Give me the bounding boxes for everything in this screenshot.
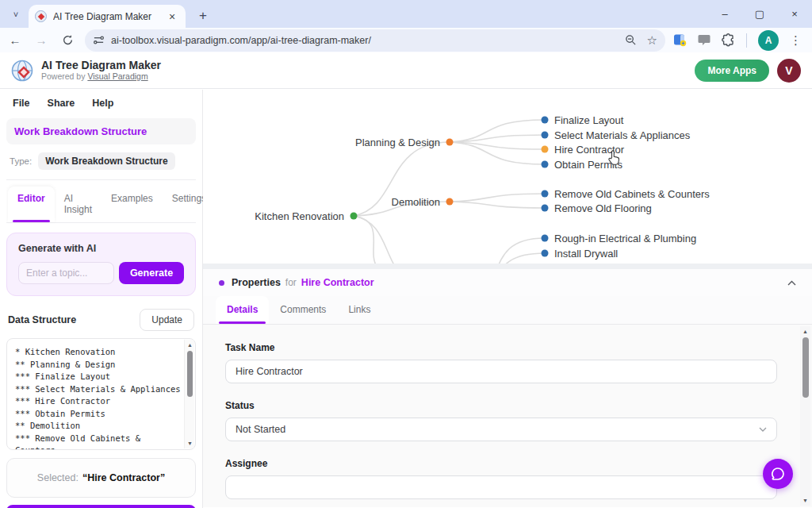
field-label-status: Status <box>225 400 777 411</box>
generate-children-button[interactable]: Generate Children <box>6 505 196 508</box>
node-rough-in-electrical-plumbing[interactable]: Rough-in Electrical & Plumbing <box>554 233 696 244</box>
hire-contractor-dot-icon[interactable] <box>542 146 549 153</box>
collapse-chevron-icon[interactable] <box>787 280 796 286</box>
visual-paradigm-link[interactable]: Visual Paradigm <box>87 71 147 81</box>
node-finalize-layout[interactable]: Finalize Layout <box>554 114 624 126</box>
field-label-task-name: Task Name <box>225 342 777 353</box>
tab-comments[interactable]: Comments <box>269 296 337 324</box>
field-status: StatusNot Started <box>225 400 777 441</box>
topic-input[interactable] <box>18 262 114 284</box>
app-title: AI Tree Diagram Maker <box>41 59 695 71</box>
data-structure-editor[interactable]: * Kitchen Renovation ** Planning & Desig… <box>6 338 196 450</box>
side-panel-icon[interactable] <box>673 33 687 47</box>
data-structure-scrollbar[interactable]: ▲ ▼ <box>184 340 194 448</box>
back-icon[interactable]: ← <box>4 29 26 52</box>
node-remove-old-flooring[interactable]: Remove Old Flooring <box>554 202 652 214</box>
new-tab-button[interactable]: + <box>193 6 213 25</box>
scroll-up-icon[interactable]: ▲ <box>185 342 195 348</box>
browser-toolbar: ← → ai-toolbox.visual-paradigm.com/app/a… <box>0 28 812 52</box>
tab-links[interactable]: Links <box>337 296 381 324</box>
minimize-button[interactable]: – <box>707 0 742 28</box>
diagram-canvas[interactable]: Kitchen RenovationPlanning & DesignFinal… <box>203 90 812 264</box>
url-bar[interactable]: ai-toolbox.visual-paradigm.com/app/ai-tr… <box>85 29 665 52</box>
generate-button[interactable]: Generate <box>119 262 184 284</box>
comment-icon[interactable] <box>698 34 710 46</box>
tree-link <box>465 238 545 264</box>
scroll-down-icon[interactable]: ▼ <box>185 441 195 446</box>
properties-header[interactable]: Properties for Hire Contractor <box>203 269 812 296</box>
properties-scrollbar[interactable]: ▲ ▼ <box>800 326 810 506</box>
tab-details[interactable]: Details <box>216 296 269 324</box>
node-kitchen-renovation[interactable]: Kitchen Renovation <box>255 210 344 222</box>
data-structure-title: Data Structure <box>8 314 76 325</box>
sidebar: FileShareHelp Work Breakdown Structure T… <box>0 90 203 508</box>
node-demolition[interactable]: Demolition <box>392 196 440 208</box>
properties-for-label: for <box>285 277 297 288</box>
toolbar-separator <box>746 33 747 48</box>
kitchen-renovation-dot-icon[interactable] <box>350 213 358 220</box>
install-drywall-dot-icon[interactable] <box>542 250 549 257</box>
obtain-permits-dot-icon[interactable] <box>542 161 549 168</box>
menu-item-share[interactable]: Share <box>48 98 75 109</box>
data-structure-text[interactable]: * Kitchen Renovation ** Planning & Desig… <box>7 339 184 449</box>
tree-diagram[interactable]: Kitchen RenovationPlanning & DesignFinal… <box>203 90 812 264</box>
scrollbar-thumb[interactable] <box>187 351 193 397</box>
extensions-puzzle-icon[interactable] <box>722 33 735 47</box>
sidebar-tabs: EditorAI InsightExamplesSettings <box>6 180 196 223</box>
node-install-drywall[interactable]: Install Drywall <box>554 248 618 260</box>
tab-ai-insight[interactable]: AI Insight <box>55 187 102 222</box>
more-apps-button[interactable]: More Apps <box>695 60 769 82</box>
scroll-down-icon[interactable]: ▼ <box>800 498 810 503</box>
app-user-avatar[interactable]: V <box>777 59 801 83</box>
browser-tab[interactable]: AI Tree Diagram Maker × <box>29 5 186 28</box>
tree-link <box>354 216 439 264</box>
reload-icon[interactable] <box>56 29 79 52</box>
assignee-input[interactable] <box>225 475 777 499</box>
browser-menu-icon[interactable]: ⋮ <box>790 33 802 48</box>
menu-item-file[interactable]: File <box>13 98 30 109</box>
forward-icon: → <box>30 29 52 52</box>
node-hire-contractor[interactable]: Hire Contractor <box>554 144 625 156</box>
rough-in-electrical-plumbing-dot-icon[interactable] <box>542 235 549 242</box>
node-remove-old-cabinets-counters[interactable]: Remove Old Cabinets & Counters <box>554 188 710 200</box>
update-button[interactable]: Update <box>140 309 194 331</box>
document-title[interactable]: Work Breakdown Structure <box>6 118 196 144</box>
tab-title: AI Tree Diagram Maker <box>53 11 165 22</box>
site-settings-icon[interactable] <box>93 34 105 46</box>
powered-by-text: Powered by <box>41 71 85 81</box>
status-select[interactable]: Not Started <box>225 418 777 441</box>
field-assignee: Assignee <box>225 458 777 499</box>
tree-link <box>450 142 545 164</box>
demolition-dot-icon[interactable] <box>446 198 454 206</box>
menu-bar: FileShareHelp <box>6 90 196 115</box>
menu-item-help[interactable]: Help <box>92 98 113 109</box>
visual-paradigm-logo-icon <box>11 60 33 82</box>
node-planning-design[interactable]: Planning & Design <box>355 137 440 148</box>
browser-profile-avatar[interactable]: A <box>758 30 779 51</box>
finalize-layout-dot-icon[interactable] <box>542 117 549 124</box>
type-row: Type: Work Breakdown Structure <box>6 144 196 180</box>
maximize-button[interactable]: ▢ <box>742 0 777 28</box>
tab-strip: ˅ AI Tree Diagram Maker × + – ▢ × <box>0 0 812 28</box>
type-label: Type: <box>10 156 32 166</box>
url-text[interactable]: ai-toolbox.visual-paradigm.com/app/ai-tr… <box>111 35 625 46</box>
remove-old-flooring-dot-icon[interactable] <box>542 205 549 212</box>
bookmark-star-icon[interactable]: ☆ <box>647 34 657 46</box>
close-button[interactable]: × <box>777 0 812 28</box>
tab-close-icon[interactable]: × <box>165 10 179 24</box>
select-materials-appliances-dot-icon[interactable] <box>542 132 549 139</box>
scrollbar-thumb[interactable] <box>802 337 809 398</box>
tab-search-icon[interactable]: ˅ <box>6 6 25 23</box>
node-obtain-permits[interactable]: Obtain Permits <box>554 159 622 171</box>
node-select-materials-appliances[interactable]: Select Materials & Appliances <box>554 129 691 141</box>
task-name-input[interactable] <box>225 360 777 383</box>
chat-fab-button[interactable] <box>763 459 793 489</box>
scroll-up-icon[interactable]: ▲ <box>800 329 810 334</box>
tree-link <box>354 216 408 264</box>
remove-old-cabinets-counters-dot-icon[interactable] <box>542 190 549 198</box>
generate-ai-title: Generate with AI <box>18 243 184 254</box>
planning-design-dot-icon[interactable] <box>446 139 454 146</box>
tab-examples[interactable]: Examples <box>102 187 163 222</box>
tab-editor[interactable]: Editor <box>8 187 55 222</box>
zoom-out-icon[interactable] <box>625 34 637 46</box>
